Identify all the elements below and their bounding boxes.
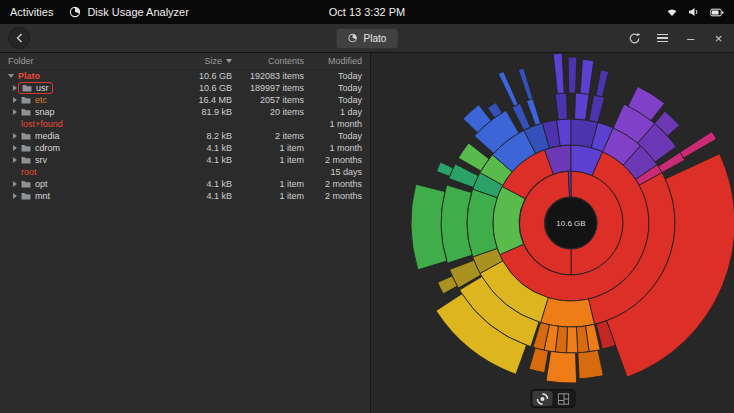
app-menu-label: Disk Usage Analyzer bbox=[87, 6, 189, 18]
tree-row-cdrom[interactable]: cdrom 4.1 kB 1 item 1 month bbox=[0, 142, 370, 154]
treemap-view-icon bbox=[557, 393, 569, 405]
contents-cell: 192083 items bbox=[232, 71, 304, 81]
folder-name: cdrom bbox=[35, 143, 60, 153]
disk-usage-analyzer-icon bbox=[69, 6, 81, 18]
tree-row-snap[interactable]: snap 81.9 kB 20 items 1 day bbox=[0, 106, 370, 118]
location-button[interactable]: Plato bbox=[336, 28, 399, 49]
tree-row-srv[interactable]: srv 4.1 kB 1 item 2 months bbox=[0, 154, 370, 166]
activities-button[interactable]: Activities bbox=[10, 6, 53, 18]
sunburst-segment[interactable] bbox=[596, 70, 609, 97]
size-cell: 81.9 kB bbox=[170, 107, 232, 117]
contents-cell: 1 item bbox=[232, 191, 304, 201]
battery-icon bbox=[710, 8, 724, 17]
folder-name: snap bbox=[35, 107, 55, 117]
sunburst-segment[interactable] bbox=[575, 93, 590, 120]
expander-icon[interactable] bbox=[13, 133, 17, 139]
expander-icon[interactable] bbox=[8, 74, 14, 78]
sunburst-segment[interactable] bbox=[541, 298, 595, 327]
folder-icon bbox=[21, 96, 31, 104]
folder-name: opt bbox=[35, 179, 48, 189]
tree-row-opt[interactable]: opt 4.1 kB 1 item 2 months bbox=[0, 178, 370, 190]
sunburst-segment[interactable] bbox=[527, 99, 541, 126]
folder-icon bbox=[21, 192, 31, 200]
close-button[interactable]: × bbox=[711, 31, 726, 46]
contents-cell: 1 item bbox=[232, 155, 304, 165]
sunburst-segment[interactable] bbox=[580, 59, 594, 94]
primary-menu-button[interactable] bbox=[655, 31, 670, 46]
column-header-modified[interactable]: Modified bbox=[304, 56, 370, 66]
modified-cell: 1 day bbox=[304, 107, 370, 117]
contents-cell: 1 item bbox=[232, 179, 304, 189]
system-top-bar: Activities Disk Usage Analyzer Oct 13 3:… bbox=[0, 0, 734, 24]
sunburst-segment[interactable] bbox=[498, 71, 518, 106]
column-headers: Folder Size Contents Modified bbox=[0, 53, 370, 70]
column-header-folder[interactable]: Folder bbox=[0, 56, 170, 66]
modified-cell: 2 months bbox=[304, 179, 370, 189]
tree-row-lost-found[interactable]: lost+found 1 month bbox=[0, 118, 370, 130]
folder-name: etc bbox=[35, 95, 47, 105]
sunburst-segment[interactable] bbox=[680, 132, 717, 159]
folder-icon bbox=[21, 132, 31, 140]
disk-icon bbox=[348, 33, 358, 43]
expander-icon[interactable] bbox=[13, 157, 17, 163]
folder-icon bbox=[21, 144, 31, 152]
size-cell: 16.4 MB bbox=[170, 95, 232, 105]
column-header-size[interactable]: Size bbox=[170, 56, 232, 66]
chart-center-label: 10.6 GB bbox=[556, 219, 585, 228]
sunburst-segment[interactable] bbox=[555, 93, 567, 120]
tree-row-usr[interactable]: usr 10.6 GB 189997 items Today bbox=[0, 82, 370, 94]
sunburst-segment[interactable] bbox=[567, 327, 578, 353]
expander-icon[interactable] bbox=[13, 145, 17, 151]
sunburst-segment[interactable] bbox=[568, 57, 577, 93]
sunburst-segment[interactable] bbox=[529, 348, 548, 373]
rings-chart-pane: 10.6 GB bbox=[371, 53, 734, 413]
folder-icon bbox=[21, 108, 31, 116]
expander-icon[interactable] bbox=[13, 85, 17, 91]
size-cell: 4.1 kB bbox=[170, 143, 232, 153]
sunburst-segment[interactable] bbox=[546, 351, 577, 383]
treemap-view-button[interactable] bbox=[553, 391, 573, 406]
rescan-button[interactable] bbox=[627, 31, 642, 46]
modified-cell: 2 months bbox=[304, 155, 370, 165]
rings-view-button[interactable] bbox=[532, 391, 552, 406]
tree-row-etc[interactable]: etc 16.4 MB 2057 items Today bbox=[0, 94, 370, 106]
tree-row-mnt[interactable]: mnt 4.1 kB 1 item 2 months bbox=[0, 190, 370, 202]
sunburst-segment[interactable] bbox=[589, 95, 605, 123]
sunburst-chart[interactable]: 10.6 GB bbox=[371, 53, 734, 413]
sunburst-segment[interactable] bbox=[518, 68, 533, 100]
modified-cell: Today bbox=[304, 83, 370, 93]
sunburst-segment[interactable] bbox=[467, 189, 497, 257]
contents-cell: 1 item bbox=[232, 143, 304, 153]
app-menu[interactable]: Disk Usage Analyzer bbox=[69, 6, 189, 18]
view-toggle bbox=[530, 389, 575, 408]
network-icon bbox=[666, 7, 678, 17]
sunburst-segment[interactable] bbox=[578, 350, 604, 379]
modified-cell: Today bbox=[304, 71, 370, 81]
back-button[interactable] bbox=[8, 27, 30, 49]
clock[interactable]: Oct 13 3:32 PM bbox=[329, 6, 405, 18]
column-header-contents[interactable]: Contents bbox=[232, 56, 304, 66]
sunburst-segment[interactable] bbox=[553, 53, 564, 93]
sunburst-segment[interactable] bbox=[437, 162, 454, 176]
tree-row-plato[interactable]: Plato 10.6 GB 192083 items Today bbox=[0, 70, 370, 82]
tree-row-root[interactable]: root 15 days bbox=[0, 166, 370, 178]
folder-icon bbox=[21, 180, 31, 188]
expander-icon[interactable] bbox=[13, 193, 17, 199]
sunburst-segment[interactable] bbox=[411, 184, 447, 269]
expander-icon[interactable] bbox=[13, 109, 17, 115]
contents-cell: 2057 items bbox=[232, 95, 304, 105]
sunburst-segment[interactable] bbox=[449, 164, 479, 187]
minimize-button[interactable]: – bbox=[683, 31, 698, 46]
hamburger-icon bbox=[657, 34, 668, 42]
tree-row-media[interactable]: media 8.2 kB 2 items Today bbox=[0, 130, 370, 142]
size-cell: 4.1 kB bbox=[170, 179, 232, 189]
contents-cell: 189997 items bbox=[232, 83, 304, 93]
volume-icon bbox=[688, 7, 700, 17]
system-status-area[interactable] bbox=[666, 7, 724, 17]
size-cell: 10.6 GB bbox=[170, 83, 232, 93]
size-cell: 10.6 GB bbox=[170, 71, 232, 81]
expander-icon[interactable] bbox=[13, 181, 17, 187]
selection-outline: usr bbox=[18, 82, 53, 94]
modified-cell: Today bbox=[304, 131, 370, 141]
expander-icon[interactable] bbox=[13, 97, 17, 103]
